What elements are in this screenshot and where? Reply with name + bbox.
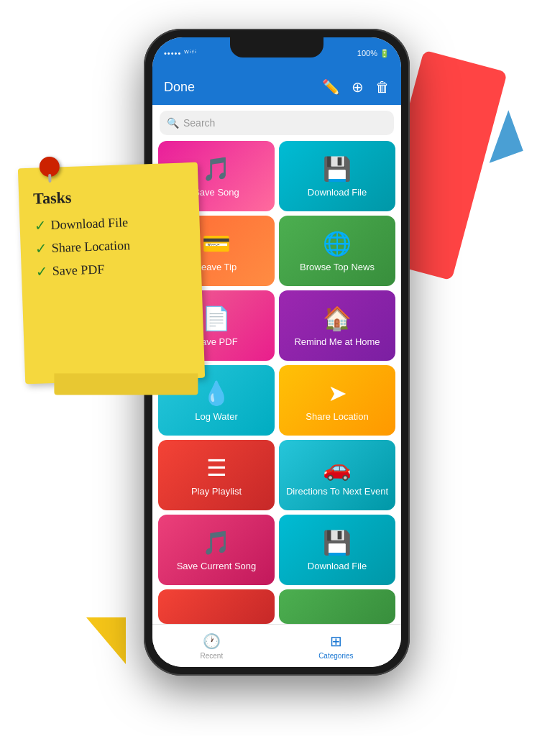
tab-recent-label: Recent	[200, 652, 223, 660]
tab-categories[interactable]: ⊞ Categories	[318, 632, 353, 660]
add-icon[interactable]: ⊕	[352, 78, 364, 96]
tile-remind-home[interactable]: 🏠 Remind Me at Home	[279, 290, 395, 361]
playlist-icon: ☰	[206, 454, 227, 482]
nav-icons: ✏️ ⊕ 🗑	[322, 78, 390, 96]
sticky-note: Tasks ✓ Download File ✓ Share Location ✓…	[18, 162, 205, 385]
globe-icon: 🌐	[323, 230, 352, 257]
music-icon: 🎵	[202, 155, 231, 183]
tile-remind-home-label: Remind Me at Home	[294, 336, 380, 347]
categories-icon: ⊞	[330, 632, 342, 650]
tile-browse-news[interactable]: 🌐 Browse Top News	[279, 216, 395, 286]
tile-more-green[interactable]	[279, 589, 395, 624]
search-icon: 🔍	[167, 117, 179, 129]
tile-directions[interactable]: 🚗 Directions To Next Event	[279, 440, 395, 510]
tile-download-file-2[interactable]: 💾 Download File	[279, 515, 395, 585]
sticky-item-1: ✓ Download File	[34, 211, 185, 234]
tab-recent[interactable]: 🕐 Recent	[200, 632, 223, 660]
check-icon-2: ✓	[35, 239, 47, 257]
sticky-title: Tasks	[33, 184, 185, 208]
tile-leave-tip-label: Leave Tip	[196, 262, 237, 272]
download-icon-1: 💾	[323, 155, 352, 183]
search-bar[interactable]: 🔍 Search	[160, 111, 394, 135]
tile-log-water-label: Log Water	[195, 411, 238, 422]
tile-download-file-1-label: Download File	[308, 187, 367, 198]
pdf-icon: 📄	[202, 305, 231, 332]
tile-share-location-label: Share Location	[306, 411, 368, 422]
tile-play-playlist[interactable]: ☰ Play Playlist	[158, 440, 275, 510]
home-icon: 🏠	[323, 305, 352, 332]
tab-categories-label: Categories	[318, 652, 353, 660]
water-icon: 💧	[202, 380, 231, 407]
tile-download-file-1[interactable]: 💾 Download File	[279, 141, 395, 211]
pushpin	[39, 156, 60, 177]
tile-save-current-song[interactable]: 🎵 Save Current Song	[158, 515, 275, 585]
tile-play-playlist-label: Play Playlist	[191, 486, 242, 497]
download-icon-2: 💾	[323, 529, 352, 556]
tile-share-location[interactable]: ➤ Share Location	[279, 365, 395, 436]
sticky-item-3: ✓ Save PDF	[35, 257, 187, 280]
car-icon: 🚗	[323, 454, 352, 482]
search-placeholder: Search	[183, 117, 215, 129]
tile-more-red[interactable]	[158, 589, 275, 624]
sticky-item-2: ✓ Share Location	[35, 234, 186, 257]
tile-save-song-label: Save Song	[193, 187, 239, 198]
tile-browse-news-label: Browse Top News	[300, 262, 375, 272]
check-icon-1: ✓	[34, 216, 47, 234]
edit-icon[interactable]: ✏️	[322, 78, 340, 96]
notch	[230, 37, 323, 58]
status-battery: 100% 🔋	[357, 49, 390, 58]
status-signal: ••••• ᵂⁱᶠⁱ	[164, 49, 197, 58]
bg-yellow-triangle	[86, 617, 126, 664]
music-note-icon: 🎵	[202, 529, 231, 556]
tile-save-current-song-label: Save Current Song	[177, 561, 257, 571]
tile-download-file-2-label: Download File	[308, 561, 367, 571]
tab-bar: 🕐 Recent ⊞ Categories	[152, 624, 401, 667]
tile-directions-label: Directions To Next Event	[286, 486, 388, 497]
delete-icon[interactable]: 🗑	[375, 79, 390, 96]
location-icon: ➤	[328, 380, 347, 407]
tip-icon: 💳	[202, 230, 231, 257]
recent-icon: 🕐	[203, 632, 221, 650]
check-icon-3: ✓	[35, 262, 48, 280]
nav-done-button[interactable]: Done	[164, 80, 195, 95]
nav-bar: Done ✏️ ⊕ 🗑	[152, 69, 401, 105]
